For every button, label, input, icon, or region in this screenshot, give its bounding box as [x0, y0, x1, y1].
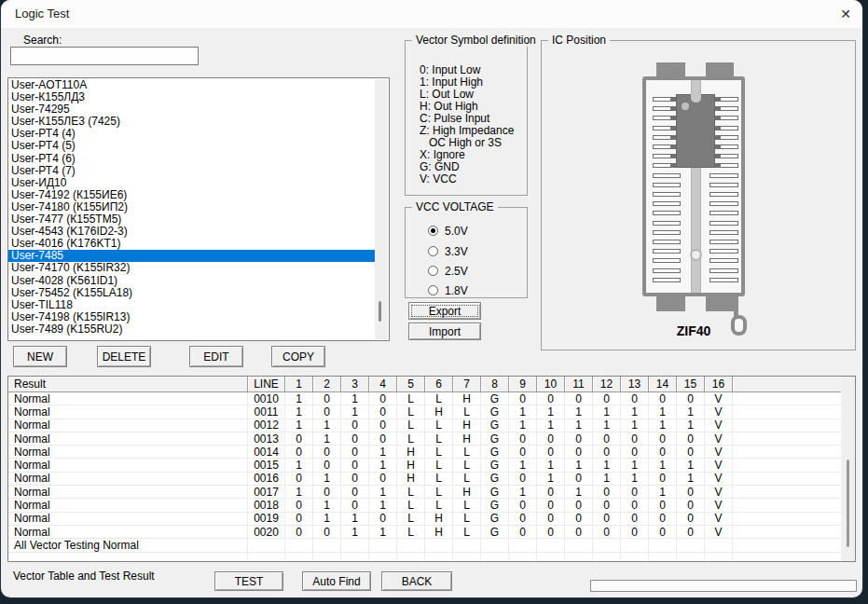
table-row[interactable]: Normal00151001HLLG1111111V: [8, 459, 855, 472]
header-cell-pin[interactable]: 12: [593, 377, 621, 392]
table-row[interactable]: Normal00200011LHLG0000000V: [8, 526, 855, 539]
empty-cell: [425, 553, 453, 562]
empty-cell: [453, 553, 481, 562]
header-cell-pin[interactable]: 14: [649, 377, 677, 392]
progress-bar: [590, 580, 857, 592]
edit-button[interactable]: EDIT: [189, 346, 243, 367]
list-item[interactable]: User-РТ4 (7): [8, 165, 378, 177]
table-row[interactable]: Normal00130100LLHG0000000V: [8, 432, 855, 446]
list-item[interactable]: User-РТ4 (6): [8, 153, 378, 165]
list-item[interactable]: User-7489 (K155RU2): [8, 323, 378, 336]
value-cell: [341, 539, 369, 551]
import-button[interactable]: Import: [408, 323, 481, 340]
empty-cell: [621, 553, 649, 562]
list-item[interactable]: User-4016 (K176KT1): [8, 238, 378, 250]
scrollbar-thumb[interactable]: [847, 460, 849, 547]
value-cell: G: [481, 446, 509, 458]
value-cell: 1: [537, 459, 565, 471]
list-item[interactable]: User-РТ4 (5): [8, 140, 378, 152]
radio-label: 1.8V: [445, 284, 468, 297]
list-item[interactable]: User-TIL118: [8, 299, 378, 311]
table-row[interactable]: Normal00171001LLHG1010010V: [8, 486, 855, 499]
table-row[interactable]: [8, 553, 855, 562]
table-scrollbar[interactable]: [841, 377, 855, 561]
value-cell: 1: [537, 405, 565, 418]
value-cell: V: [705, 499, 733, 511]
value-cell: 0: [509, 513, 537, 525]
back-button[interactable]: BACK: [381, 571, 452, 591]
header-cell-pin[interactable]: 10: [537, 377, 565, 392]
header-cell-pin[interactable]: 7: [453, 377, 481, 392]
value-cell: [425, 539, 453, 551]
value-cell: [705, 539, 733, 551]
table-row[interactable]: Normal00190110LHLG0000000V: [8, 513, 855, 526]
value-cell: 1: [565, 405, 593, 418]
header-cell-pin[interactable]: 6: [425, 377, 453, 392]
value-cell: 1: [593, 473, 621, 485]
value-cell: 0: [621, 486, 649, 498]
value-cell: 0: [341, 446, 369, 458]
radio-5.0V[interactable]: 5.0V: [428, 224, 468, 238]
chip-list[interactable]: User-AOT110AUser-К155ЛД3User-74295User-К…: [7, 77, 390, 341]
radio-circle: [428, 266, 438, 276]
radio-3.3V[interactable]: 3.3V: [428, 244, 468, 258]
value-cell: 0: [313, 459, 341, 471]
list-item[interactable]: User-75452 (K155LA18): [8, 287, 378, 299]
search-input[interactable]: [10, 47, 199, 65]
header-cell-pin[interactable]: 13: [621, 377, 649, 392]
export-button[interactable]: Export: [408, 302, 481, 320]
chip-leg: [714, 135, 721, 140]
header-cell-pin[interactable]: 11: [565, 377, 593, 392]
pin-slot-right: [710, 268, 738, 273]
header-cell-pin[interactable]: 16: [705, 377, 733, 392]
list-item[interactable]: User-74198 (K155IR13): [8, 311, 378, 323]
list-item[interactable]: User-4028 (K561ID1): [8, 275, 378, 287]
value-cell: 0: [313, 392, 341, 405]
table-row[interactable]: Normal00140001HLLG0000000V: [8, 446, 855, 459]
value-cell: 0: [537, 513, 565, 525]
radio-1.8V[interactable]: 1.8V: [428, 283, 468, 297]
header-cell-pin[interactable]: 3: [341, 377, 369, 392]
header-cell-pin[interactable]: 8: [481, 377, 509, 392]
table-row[interactable]: Normal00121100LLHG1111111V: [8, 419, 855, 432]
chip-list-scrollbar[interactable]: [375, 79, 388, 339]
value-cell: 0: [621, 499, 649, 511]
value-cell: 0: [621, 526, 649, 538]
pin-slot-right: [710, 183, 738, 187]
list-item[interactable]: User-ИД10: [8, 177, 378, 189]
header-cell-pin[interactable]: 5: [397, 377, 425, 392]
header-cell-line[interactable]: LINE: [248, 377, 285, 392]
value-cell: 0: [593, 499, 621, 511]
header-cell-pin[interactable]: 1: [285, 377, 313, 392]
scrollbar-thumb[interactable]: [379, 301, 381, 322]
auto-find-button[interactable]: Auto Find: [302, 571, 371, 591]
list-item[interactable]: User-74170 (K155IR32): [8, 262, 378, 274]
table-row[interactable]: All Vector Testing Normal: [8, 539, 855, 552]
radio-label: 3.3V: [445, 245, 468, 258]
header-cell-pin[interactable]: 2: [313, 377, 341, 392]
header-cell-result[interactable]: Result: [8, 377, 248, 392]
new-button[interactable]: NEW: [13, 346, 67, 367]
header-cell-pin[interactable]: 9: [509, 377, 537, 392]
value-cell: G: [481, 526, 509, 538]
radio-2.5V[interactable]: 2.5V: [428, 264, 468, 278]
value-cell: 1: [621, 419, 649, 432]
value-cell: 1: [677, 473, 705, 485]
table-row[interactable]: Normal00111010LHLG1111111V: [8, 405, 855, 419]
pin-slot-right: [710, 173, 738, 178]
copy-button[interactable]: COPY: [271, 346, 325, 367]
value-cell: 0: [285, 432, 313, 445]
header-cell-pin[interactable]: 4: [369, 377, 397, 392]
table-row[interactable]: Normal00160100HLLG0101101V: [8, 473, 855, 486]
value-cell: 0: [621, 432, 649, 445]
value-cell: 0: [565, 446, 593, 458]
table-row[interactable]: Normal00101010LLHG0000000V: [8, 392, 855, 405]
pin-slot-left: [653, 240, 681, 244]
list-item[interactable]: User-74192 (К155ИЕ6): [8, 189, 378, 201]
header-cell-pin[interactable]: 15: [677, 377, 705, 392]
test-button[interactable]: TEST: [214, 571, 283, 591]
table-row[interactable]: Normal00180101LLLG0000000V: [8, 499, 855, 512]
close-button[interactable]: ✕: [833, 3, 859, 25]
delete-button[interactable]: DELETE: [97, 346, 151, 367]
line-cell: 0018: [248, 499, 285, 511]
